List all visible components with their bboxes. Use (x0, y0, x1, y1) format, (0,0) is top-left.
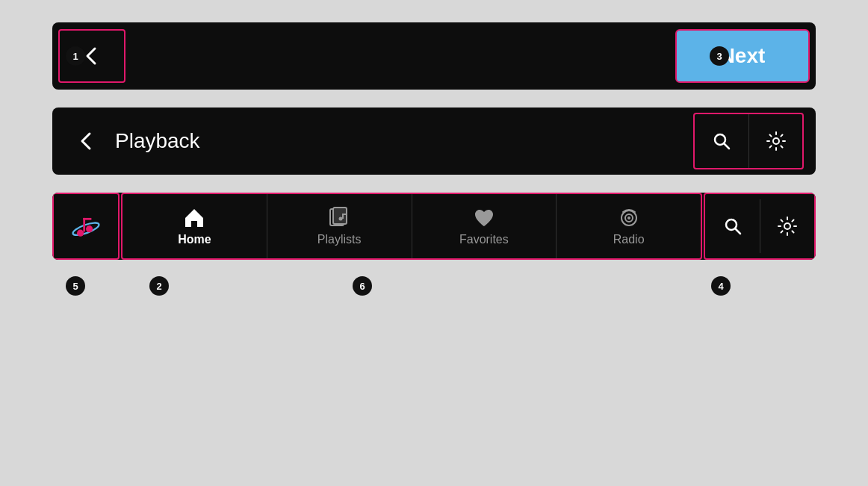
heart-icon (472, 206, 496, 230)
svg-point-7 (86, 225, 93, 232)
badge-2: 2 (149, 276, 169, 296)
top-bar: Next (52, 22, 816, 90)
svg-line-1 (724, 143, 729, 149)
nav-item-playlists[interactable]: Playlists (267, 194, 412, 258)
playback-bar: Playback (52, 108, 816, 175)
nav-item-home[interactable]: Home (123, 194, 267, 258)
playback-actions (693, 113, 804, 169)
search-icon (722, 216, 743, 237)
badge-3: 3 (710, 46, 729, 66)
svg-point-15 (627, 216, 630, 219)
badge-5: 5 (66, 276, 85, 296)
chevron-left-icon (76, 131, 97, 152)
logo-button[interactable] (52, 193, 120, 260)
badge-1: 1 (66, 46, 85, 66)
svg-point-18 (784, 223, 790, 229)
nav-item-radio[interactable]: Radio (556, 194, 701, 258)
playback-title: Playback (115, 129, 200, 153)
search-icon (711, 131, 732, 152)
svg-point-2 (773, 138, 779, 144)
svg-point-10 (339, 217, 343, 221)
nav-items: Home Playlists (121, 193, 702, 260)
playlists-icon (327, 206, 351, 230)
nav-item-favorites[interactable]: Favorites (412, 194, 557, 258)
nav-right-actions (704, 193, 816, 260)
badge-4: 4 (711, 276, 731, 296)
nav-search-button[interactable] (706, 199, 760, 253)
saturn-icon (68, 208, 104, 244)
gear-icon (777, 216, 798, 237)
radio-icon (617, 206, 641, 230)
svg-rect-12 (342, 214, 346, 215)
svg-rect-9 (333, 208, 347, 224)
badge-6: 6 (353, 276, 372, 296)
settings-button[interactable] (748, 114, 802, 168)
playback-back-button[interactable] (64, 125, 109, 158)
search-button[interactable] (695, 114, 748, 168)
nav-bar: Home Playlists (52, 193, 816, 260)
svg-point-4 (77, 230, 84, 237)
home-icon (182, 206, 206, 230)
svg-rect-6 (83, 218, 91, 220)
nav-settings-button[interactable] (760, 199, 813, 253)
gear-icon (766, 131, 787, 152)
next-button[interactable]: Next (675, 29, 810, 83)
svg-line-17 (735, 228, 740, 234)
